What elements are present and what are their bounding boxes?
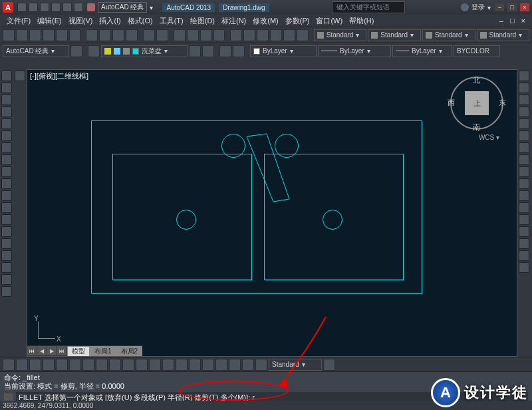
dim-tedit-icon[interactable] (242, 359, 254, 371)
arc-icon[interactable] (1, 130, 12, 141)
qat-new-icon[interactable] (17, 3, 27, 12)
ellipse-icon[interactable] (1, 178, 12, 189)
lineweight-dropdown[interactable]: ByLayer▾ (392, 45, 452, 57)
xline-icon[interactable] (1, 83, 12, 93)
dimstyle-dropdown[interactable]: Standard▾ (269, 359, 322, 371)
region-icon[interactable] (1, 262, 12, 273)
menu-parametric[interactable]: 参数(P) (283, 16, 313, 26)
ellipse-arc-icon[interactable] (1, 190, 12, 201)
spline-icon[interactable] (1, 166, 12, 177)
zoom-window-icon[interactable] (200, 29, 212, 41)
layer-state-icon[interactable] (189, 45, 201, 57)
viewcube-top-face[interactable]: 上 (465, 91, 489, 115)
menu-format[interactable]: 格式(O) (125, 16, 156, 26)
dim-space-icon[interactable] (149, 359, 161, 371)
tab-last-icon[interactable]: ⏭ (57, 346, 66, 355)
menu-help[interactable]: 帮助(H) (346, 16, 376, 26)
help-search[interactable]: 键入关键字或短语 (332, 1, 405, 13)
copy-obj-icon[interactable] (519, 83, 529, 93)
workspace-dropdown[interactable]: AutoCAD 经典▾ (3, 45, 69, 57)
dim-diam-icon[interactable] (82, 359, 94, 371)
break-at-point-icon[interactable] (519, 202, 529, 213)
properties-icon[interactable] (230, 29, 242, 41)
mirror-icon[interactable] (519, 95, 529, 105)
dim-edit-icon[interactable] (229, 359, 241, 371)
coordinates[interactable]: 3662.4669, 2479.0311, 0.0000 (3, 402, 93, 409)
minimize-button[interactable]: – (495, 3, 504, 11)
point-icon[interactable] (1, 226, 12, 237)
chamfer-icon[interactable] (519, 238, 529, 249)
menu-insert[interactable]: 插入(I) (96, 16, 123, 26)
join-icon[interactable] (519, 226, 529, 237)
undo-icon[interactable] (143, 29, 155, 41)
pan-icon[interactable] (174, 29, 186, 41)
menu-view[interactable]: 视图(V) (66, 16, 96, 26)
menu-file[interactable]: 文件(F) (4, 16, 33, 26)
signin[interactable]: 登录 ▾ (461, 3, 491, 12)
tab-layout2[interactable]: 布局2 (116, 346, 143, 356)
break-icon[interactable] (519, 214, 529, 225)
doc-min-icon[interactable]: – (497, 17, 506, 25)
ml-style-dropdown[interactable]: Standard▾ (477, 29, 530, 41)
close-button[interactable]: × (520, 3, 529, 11)
erase-icon[interactable] (519, 71, 529, 81)
tab-next-icon[interactable]: ▶ (47, 346, 57, 355)
fillet-icon[interactable] (519, 250, 529, 261)
menu-edit[interactable]: 编辑(E) (35, 16, 65, 26)
tool-palettes-icon[interactable] (257, 29, 269, 41)
layer-iso-icon[interactable] (233, 45, 245, 57)
table-style-dropdown[interactable]: Standard▾ (422, 29, 475, 41)
inspect-icon[interactable] (202, 359, 214, 371)
tab-first-icon[interactable]: ⏮ (27, 346, 37, 355)
mtext-icon[interactable] (1, 286, 12, 297)
menu-modify[interactable]: 修改(M) (250, 16, 281, 26)
dim-update-icon[interactable] (255, 359, 267, 371)
center-mark-icon[interactable] (189, 359, 201, 371)
offset-icon[interactable] (519, 106, 529, 117)
gradient-icon[interactable] (1, 250, 12, 261)
layer-tool-icon[interactable] (202, 45, 214, 57)
compass-n[interactable]: 北 (473, 75, 480, 85)
cut-icon[interactable] (86, 29, 98, 41)
polyline-icon[interactable] (1, 95, 12, 105)
qat-print-icon[interactable] (74, 3, 83, 12)
quick-calc-icon[interactable] (297, 29, 309, 41)
make-obj-layer-icon[interactable] (219, 45, 231, 57)
faucet-handle[interactable] (27, 70, 517, 356)
polygon-icon[interactable] (1, 106, 12, 117)
zoom-previous-icon[interactable] (213, 29, 225, 41)
plot-icon[interactable] (43, 29, 55, 41)
explode-icon[interactable] (519, 262, 529, 273)
compass-e[interactable]: 东 (499, 98, 506, 108)
layer-props-icon[interactable] (88, 45, 100, 57)
markup-icon[interactable] (283, 29, 295, 41)
dim-aligned-icon[interactable] (16, 359, 28, 371)
plotstyle-dropdown[interactable]: BYCOLOR (454, 45, 500, 57)
open-icon[interactable] (16, 29, 28, 41)
tol-icon[interactable] (176, 359, 188, 371)
qat-save-icon[interactable] (40, 3, 49, 12)
doc-max-icon[interactable]: □ (507, 17, 517, 25)
table-draw-icon[interactable] (1, 274, 12, 285)
copy-icon[interactable] (99, 29, 111, 41)
dim-quick-icon[interactable] (109, 359, 121, 371)
dim-ord-icon[interactable] (43, 359, 55, 371)
revcloud-icon[interactable] (1, 154, 12, 165)
menu-window[interactable]: 窗口(W) (313, 16, 345, 26)
qat-undo-icon[interactable] (51, 3, 61, 12)
compass-s[interactable]: 南 (473, 122, 480, 132)
match-prop-icon[interactable] (126, 29, 138, 41)
maximize-button[interactable]: □ (507, 3, 517, 11)
menu-draw[interactable]: 绘图(D) (188, 16, 217, 26)
line-icon[interactable] (1, 71, 12, 81)
dim-style-dropdown[interactable]: Standard▾ (368, 29, 421, 41)
linetype-dropdown[interactable]: ByLayer▾ (318, 45, 391, 57)
circle-icon[interactable] (1, 142, 12, 153)
redo-icon[interactable] (156, 29, 168, 41)
design-center-icon[interactable] (243, 29, 255, 41)
rectangle-icon[interactable] (1, 118, 12, 129)
tab-layout1[interactable]: 布局1 (90, 346, 116, 356)
qat-open-icon[interactable] (29, 3, 38, 12)
dim-rad-icon[interactable] (56, 359, 68, 371)
array-icon[interactable] (519, 118, 529, 129)
